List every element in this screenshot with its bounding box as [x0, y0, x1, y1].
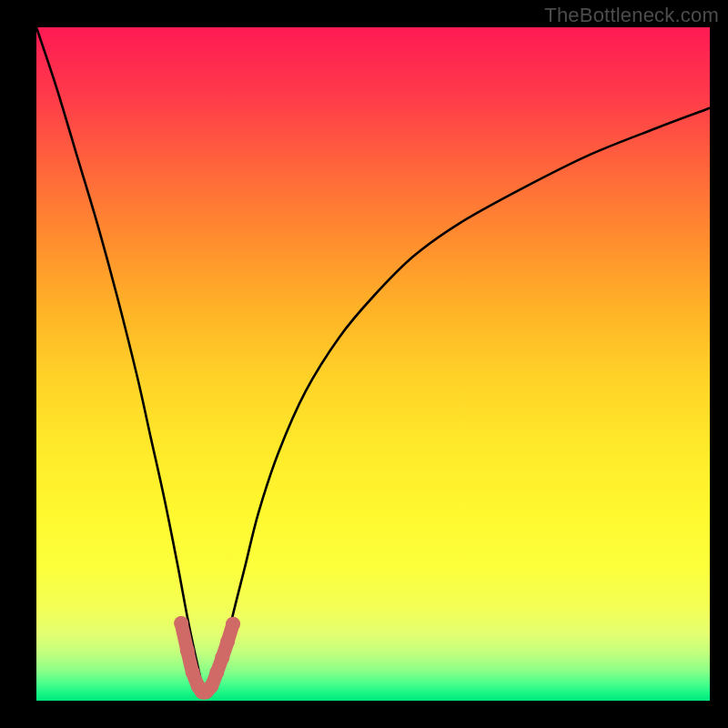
- outer-frame: TheBottleneck.com: [0, 0, 728, 728]
- optimum-marker-dot: [220, 634, 235, 649]
- optimum-marker-dot: [204, 679, 218, 693]
- optimum-marker-dot: [209, 665, 224, 680]
- optimum-marker-dot: [186, 665, 200, 680]
- optimum-marker-dot: [215, 651, 229, 665]
- optimum-marker-dot: [226, 617, 240, 632]
- watermark-text: TheBottleneck.com: [544, 4, 719, 27]
- plot-area: [36, 27, 710, 701]
- optimum-marker-dot: [174, 616, 188, 631]
- chart-svg: [36, 27, 710, 701]
- bottleneck-curve: [36, 27, 710, 697]
- optimum-marker-dot: [180, 643, 195, 658]
